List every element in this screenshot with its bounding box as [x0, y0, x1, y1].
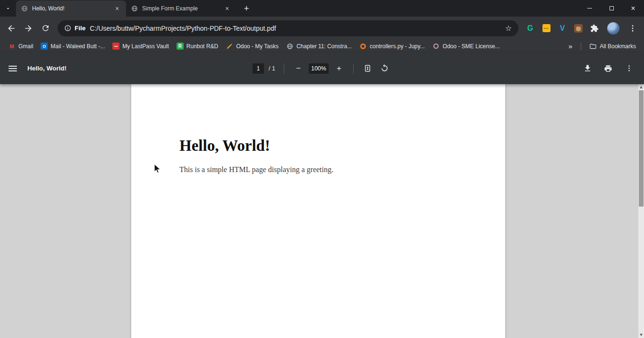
jupyter-icon — [359, 43, 367, 50]
tab-hello-world[interactable]: Hello, World! × — [16, 0, 126, 17]
bookmark-label: controllers.py - Jupy... — [370, 43, 424, 50]
bookmark-runbot[interactable]: R Runbot R&D — [173, 41, 221, 51]
yellow-extension-icon[interactable]: ••• — [539, 21, 553, 35]
all-bookmarks-label: All Bookmarks — [600, 43, 636, 50]
pdf-page: Hello, World! This is a simple HTML page… — [131, 84, 505, 338]
bookmark-gmail[interactable]: M Gmail — [5, 41, 36, 52]
all-bookmarks-button[interactable]: All Bookmarks — [586, 41, 639, 52]
gmail-icon: M — [8, 43, 16, 50]
bookmarks-overflow-button[interactable]: » — [565, 42, 576, 50]
forward-button[interactable] — [21, 21, 36, 36]
folder-icon — [589, 43, 597, 50]
minimize-button[interactable] — [579, 0, 601, 17]
reload-button[interactable] — [38, 21, 53, 36]
triangle-up-icon — [640, 86, 643, 88]
pdf-more-options-button[interactable] — [622, 62, 636, 75]
bookmarks-divider — [581, 43, 581, 50]
pdf-heading: Hello, World! — [179, 137, 270, 155]
page-number-input[interactable] — [253, 63, 264, 74]
toolbar-separator — [284, 63, 284, 74]
scrollbar-thumb[interactable] — [639, 90, 644, 207]
fit-page-icon — [363, 64, 372, 73]
new-tab-button[interactable]: + — [240, 2, 253, 15]
page-favicon-icon — [21, 5, 28, 12]
tab-title: Simple Form Example — [142, 5, 219, 12]
vertical-scrollbar[interactable] — [638, 84, 644, 338]
scroll-up-button[interactable] — [638, 84, 644, 90]
arrow-forward-icon — [24, 24, 33, 33]
triangle-down-icon — [640, 334, 643, 336]
bookmark-label: Runbot R&D — [186, 43, 218, 50]
download-icon — [583, 64, 592, 73]
reload-icon — [41, 24, 50, 33]
browser-menu-button[interactable] — [625, 21, 640, 36]
tab-close-icon[interactable]: × — [223, 4, 231, 13]
kebab-menu-icon — [625, 64, 633, 72]
lastpass-icon: ••• — [112, 43, 119, 50]
pdf-paragraph: This is a simple HTML page displaying a … — [179, 165, 333, 174]
extensions-row: G ••• V — [523, 21, 602, 35]
pdf-toolbar-center: / 1 − 100% + — [253, 62, 391, 75]
bookmark-chapter11[interactable]: Chapter 11: Constra... — [283, 41, 355, 52]
bookmark-controllers-jupyter[interactable]: controllers.py - Jupy... — [356, 41, 428, 52]
tab-simple-form-example[interactable]: Simple Form Example × — [126, 0, 236, 17]
globe-icon — [286, 43, 294, 50]
odoo-sme-icon — [432, 43, 440, 50]
bookmark-label: Odoo - My Tasks — [236, 43, 279, 50]
arrow-back-icon — [7, 24, 16, 33]
download-button[interactable] — [581, 62, 594, 75]
maximize-icon — [610, 6, 614, 10]
outlook-icon: O — [41, 43, 48, 50]
page-total-label: / 1 — [269, 65, 275, 72]
pencil-icon — [226, 43, 233, 50]
pdf-toolbar-left: Hello, World! — [8, 65, 67, 72]
toolbar-separator — [353, 63, 354, 74]
globe-favicon-icon — [131, 5, 138, 12]
rotate-button[interactable] — [378, 62, 391, 75]
pdf-toolbar-right — [581, 62, 636, 75]
bookmark-odoo-sme[interactable]: Odoo - SME License... — [429, 41, 503, 52]
back-button[interactable] — [4, 21, 19, 36]
grammarly-extension-icon[interactable]: G — [523, 21, 537, 35]
close-window-button[interactable]: × — [622, 0, 644, 17]
scroll-down-button[interactable] — [638, 332, 644, 338]
print-button[interactable] — [602, 62, 615, 75]
kebab-menu-icon — [628, 24, 637, 33]
profile-avatar[interactable] — [607, 22, 619, 35]
tab-strip: Hello, World! × Simple Form Example × + … — [0, 0, 644, 17]
rotate-icon — [380, 64, 389, 73]
url-scheme-label: File — [75, 25, 85, 32]
bookmark-mail-waleed[interactable]: O Mail - Waleed Butt -... — [37, 41, 108, 51]
bookmark-label: My LastPass Vault — [122, 43, 169, 50]
info-icon[interactable] — [64, 25, 71, 32]
fit-page-button[interactable] — [361, 62, 374, 75]
bookmarks-bar: M Gmail O Mail - Waleed Butt -... ••• My… — [0, 40, 644, 52]
extensions-puzzle-icon[interactable] — [587, 21, 602, 35]
print-icon — [604, 64, 612, 73]
chevron-down-icon — [5, 6, 11, 11]
monkey-extension-icon[interactable] — [571, 21, 585, 35]
pdf-document-title: Hello, World! — [27, 65, 67, 72]
bookmark-odoo-tasks[interactable]: Odoo - My Tasks — [222, 41, 282, 52]
vimeo-extension-icon[interactable]: V — [555, 21, 569, 35]
pdf-viewport[interactable]: Hello, World! This is a simple HTML page… — [0, 84, 638, 338]
bookmark-star-icon[interactable]: ☆ — [505, 25, 512, 32]
address-bar[interactable]: File C:/Users/buttw/PycharmProjects/Pyth… — [58, 20, 518, 36]
bookmark-label: Odoo - SME License... — [443, 43, 500, 50]
menu-icon[interactable] — [8, 66, 17, 71]
zoom-in-button[interactable]: + — [332, 62, 346, 75]
window-controls: × — [579, 0, 644, 17]
bookmark-lastpass[interactable]: ••• My LastPass Vault — [109, 41, 172, 51]
bookmark-label: Chapter 11: Constra... — [297, 43, 352, 50]
bookmark-label: Mail - Waleed Butt -... — [51, 43, 105, 50]
zoom-out-button[interactable]: − — [292, 62, 305, 75]
tab-search-button[interactable] — [0, 0, 16, 17]
zoom-level[interactable]: 100% — [309, 63, 329, 74]
tab-title: Hello, World! — [32, 5, 109, 12]
maximize-button[interactable] — [601, 0, 622, 17]
runbot-icon: R — [177, 43, 184, 50]
minimize-icon — [587, 8, 592, 9]
mouse-cursor — [153, 164, 162, 175]
tab-close-icon[interactable]: × — [113, 4, 121, 13]
url-text: C:/Users/buttw/PycharmProjects/Python-PD… — [90, 25, 501, 32]
